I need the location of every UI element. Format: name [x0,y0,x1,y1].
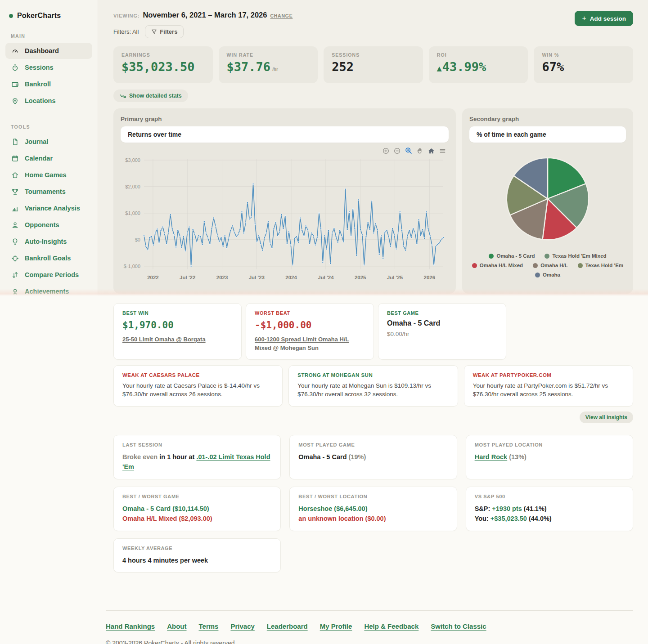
footer-link-hand-rankings[interactable]: Hand Rankings [106,622,155,630]
most-played-location-link[interactable]: Hard Rock [475,453,508,461]
secondary-graph-select[interactable]: % of time in each game [469,126,626,143]
sidebar-item-opponents[interactable]: Opponents [0,217,98,233]
sidebar-item-bankroll-goals[interactable]: Bankroll Goals [0,250,98,266]
svg-text:Jul '22: Jul '22 [180,275,195,280]
svg-text:2026: 2026 [423,275,435,280]
legend-dot [533,263,538,268]
menu-icon[interactable] [439,148,446,154]
worst-location-line: an unknown location ($0.00) [298,514,448,523]
last-session-card: LAST SESSION Broke even in 1 hour at .01… [113,435,281,479]
insight-body: Your hourly rate at PartyPoker.com is $5… [473,381,624,399]
stat-card-earnings: EARNINGS $35,023.50 [113,46,213,83]
chart-modebar [121,147,446,154]
best-game-rate: $0.00/hr [387,331,497,337]
dashboard-top-section: PokerCharts MAIN Dashboard Sessions Bank… [0,0,648,296]
insight-body: Your hourly rate at Caesars Palace is $-… [122,381,274,399]
sidebar-item-achievements[interactable]: Achievements [0,283,98,296]
legend-dot [544,254,549,259]
worst-beat-session-link[interactable]: 600-1200 Spread Limit Omaha H/L Mixed @ … [255,335,365,353]
stat-card-sessions: SESSIONS 252 [324,46,423,83]
sidebar-item-sessions[interactable]: Sessions [0,59,98,76]
footer-link-my-profile[interactable]: My Profile [320,622,352,630]
footer-link-terms[interactable]: Terms [199,622,219,630]
footer: Hand Rankings About Terms Privacy Leader… [106,610,633,644]
legend-item: Texas Hold 'Em Mixed [544,253,606,259]
svg-text:$2,000: $2,000 [125,184,140,189]
person-icon [11,221,19,229]
zoom-out-icon[interactable] [394,148,400,154]
per-hour-suffix: /hr [272,67,278,72]
legend-dot [578,263,583,268]
footer-link-privacy[interactable]: Privacy [230,622,254,630]
sidebar-item-bankroll[interactable]: Bankroll [0,76,98,92]
legend-dot [472,263,477,268]
sidebar-item-locations[interactable]: Locations [0,93,98,109]
insight-title: STRONG AT MOHEGAN SUN [297,372,449,378]
best-location-link[interactable]: Horseshoe [298,505,332,512]
stat-value-win-pct: 67% [542,60,625,74]
footer-link-help-feedback[interactable]: Help & Feedback [364,622,418,630]
legend-dot [489,254,494,259]
primary-graph-select[interactable]: Returns over time [121,126,449,143]
vs-sp500-card: VS S&P 500 S&P: +1930 pts (41.1%) You: +… [466,487,633,531]
worst-beat-value: -$1,000.00 [255,320,365,331]
svg-text:$3,000: $3,000 [125,157,140,163]
location-pin-icon [11,97,19,105]
legend-item: Omaha H/L Mixed [472,263,523,268]
sidebar-item-calendar[interactable]: Calendar [0,150,98,166]
stat-card-win-pct: WIN % 67% [534,46,633,83]
best-worst-location-card: BEST / WORST LOCATION Horseshoe ($6,645.… [289,487,457,531]
insight-title: WEAK AT CAESARS PALACE [122,372,274,378]
legend-item: Omaha H/L [533,263,568,268]
gauge-icon [11,47,19,55]
box-zoom-icon[interactable] [405,147,412,154]
sidebar-item-home-games[interactable]: Home Games [0,167,98,183]
pan-hand-icon[interactable] [417,148,423,154]
main-content: VIEWING: November 6, 2021 – March 17, 20… [98,0,648,296]
change-date-range-link[interactable]: CHANGE [270,13,292,18]
best-win-card: BEST WIN $1,970.00 25-50 Limit Omaha @ B… [113,303,242,360]
weekly-average-value: 4 hours 4 minutes per week [122,555,272,565]
show-detailed-stats-button[interactable]: Show detailed stats [113,89,188,102]
footer-link-switch-classic[interactable]: Switch to Classic [431,622,486,630]
primary-graph-panel: Primary graph Returns over time [113,108,456,294]
stat-card-roi: ROI ▲43.99% [429,46,528,83]
filters-button[interactable]: Filters [145,25,184,38]
most-played-location-card: MOST PLAYED LOCATION Hard Rock (13%) [466,435,633,479]
stat-label: WIN % [542,52,625,58]
reset-home-icon[interactable] [428,148,435,154]
sidebar-item-tournaments[interactable]: Tournaments [0,183,98,200]
stopwatch-icon [11,64,19,72]
insight-card-mohegan: STRONG AT MOHEGAN SUN Your hourly rate a… [288,365,458,407]
best-game-title: Omaha - 5 Card [387,319,497,327]
legend-item: Texas Hold 'Em [578,263,623,268]
best-game-label: BEST GAME [387,310,497,316]
stat-label: WIN RATE [227,52,310,58]
viewing-label: VIEWING: [113,13,140,18]
view-all-insights-button[interactable]: View all insights [580,411,633,423]
add-session-button[interactable]: + Add session [575,11,633,26]
best-win-session-link[interactable]: 25-50 Limit Omaha @ Borgata [122,335,206,344]
sidebar-item-auto-insights[interactable]: Auto-Insights [0,233,98,250]
game-time-pie-chart [469,156,626,242]
zoom-in-icon[interactable] [382,148,389,154]
app-logo[interactable]: PokerCharts [0,0,98,20]
wallet-icon [11,80,19,88]
footer-link-leaderboard[interactable]: Leaderboard [267,622,308,630]
stat-value-sessions: 252 [332,60,415,74]
sidebar-item-variance-analysis[interactable]: Variance Analysis [0,200,98,216]
best-location-line: Horseshoe ($6,645.00) [298,504,448,514]
footer-link-about[interactable]: About [167,622,186,630]
insight-body: Your hourly rate at Mohegan Sun is $109.… [297,381,449,399]
svg-text:Jul '25: Jul '25 [387,275,403,280]
svg-text:2024: 2024 [285,275,297,280]
plus-icon: + [582,15,586,22]
legend-item: Omaha [535,272,560,277]
svg-text:$-1,000: $-1,000 [124,264,140,269]
returns-line-chart[interactable]: 2022Jul '222023Jul '232024Jul '242025Jul… [121,155,449,285]
app-name: PokerCharts [17,12,61,20]
sidebar-item-dashboard[interactable]: Dashboard [5,43,92,59]
legend-item: Omaha - 5 Card [489,253,535,259]
sidebar-item-journal[interactable]: Journal [0,134,98,150]
sidebar-item-compare-periods[interactable]: Compare Periods [0,267,98,283]
